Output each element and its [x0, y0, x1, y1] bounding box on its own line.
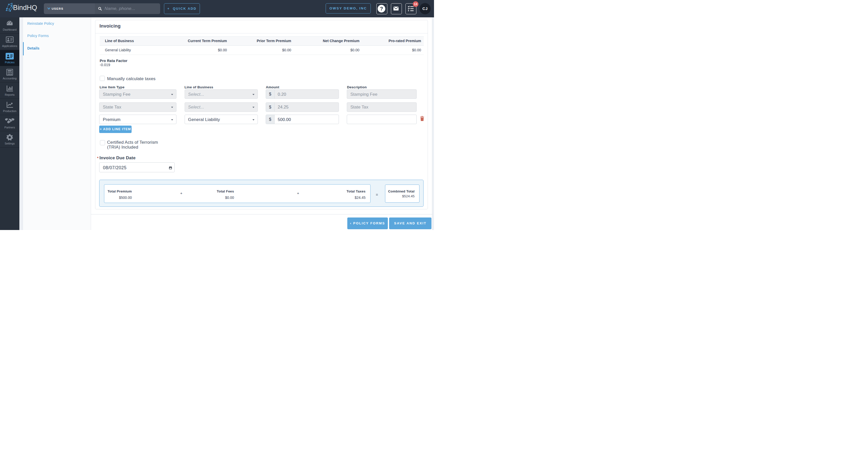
svg-text:?: ? — [380, 6, 383, 11]
